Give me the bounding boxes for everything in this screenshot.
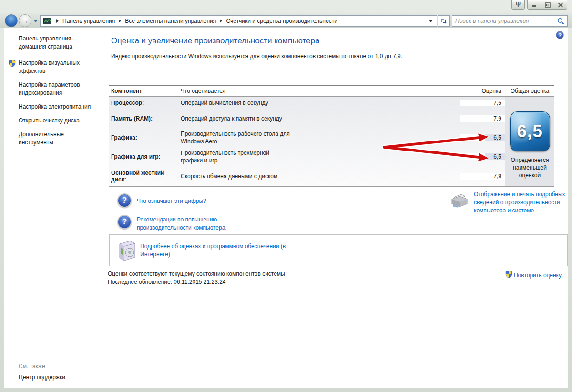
- sidebar-item-label: Открыть очистку диска: [19, 117, 80, 124]
- sidebar-item-label: Настройка параметров индексирования: [19, 81, 80, 96]
- breadcrumb-item-control-panel[interactable]: Панель управления: [62, 18, 115, 24]
- table-row-gaming-graphics: Графика для игр: Производительность трех…: [109, 147, 505, 166]
- uac-shield-icon: [9, 60, 16, 70]
- forward-arrow-icon: →: [21, 17, 29, 24]
- sidebar-item-label: Дополнительные инструменты: [19, 131, 64, 146]
- title-bar[interactable]: Ψ: [0, 0, 572, 13]
- row-score-highlighted: 6,5: [485, 153, 505, 160]
- printer-icon[interactable]: [449, 192, 469, 211]
- base-score-value: 6,5: [517, 121, 542, 141]
- control-panel-window: Ψ ← →: [0, 0, 572, 392]
- caption-cluster: [527, 0, 567, 10]
- question-icon[interactable]: ?: [117, 215, 132, 229]
- tool-button[interactable]: Ψ: [511, 0, 525, 10]
- maximize-icon: [545, 2, 551, 8]
- navigation-toolbar: ← → Панель управления Все элементы панел…: [0, 13, 572, 28]
- table-row-hdd: Основной жесткий диск: Скорость обмена д…: [109, 166, 505, 186]
- refresh-button[interactable]: [438, 15, 450, 27]
- last-update-text: Последнее обновление: 06.11.2015 21:23:2…: [108, 279, 226, 285]
- back-button[interactable]: ←: [5, 14, 18, 27]
- row-description: Производительность трехмерной графики и …: [181, 149, 290, 164]
- link-print-details[interactable]: Отображение и печать подробных сведений …: [474, 191, 572, 215]
- sidebar-item-power[interactable]: Настройка электропитания: [19, 103, 95, 111]
- close-button[interactable]: [554, 0, 567, 10]
- tool-icon: Ψ: [516, 2, 521, 8]
- base-score-note: Определяется наименьшей оценкой: [508, 156, 552, 179]
- table-row-graphics: Графика: Производительность рабочего сто…: [109, 128, 505, 147]
- row-component: Память (RAM):: [109, 115, 181, 122]
- page-title: Оценка и увеличение производительности к…: [111, 36, 319, 46]
- recent-pages-dropdown-icon[interactable]: [33, 20, 38, 22]
- breadcrumb-chevron-icon: [56, 19, 59, 23]
- table-row-ram: Память (RAM): Операций доступа к памяти …: [109, 109, 505, 128]
- sidebar-item-home[interactable]: Панель управления - домашняя страница: [19, 35, 94, 51]
- row-component: Процессор:: [109, 100, 181, 106]
- rerun-assessment-button[interactable]: Повторить оценку: [505, 271, 562, 280]
- row-component: Графика для игр:: [109, 153, 181, 160]
- link-recommendations[interactable]: Рекомендации по повышению производительн…: [137, 216, 257, 232]
- row-component: Графика:: [109, 134, 181, 141]
- status-text: Оценки соответствуют текущему состоянию …: [108, 271, 285, 277]
- table-row-cpu: Процессор: Операций вычисления в секунду…: [109, 97, 505, 109]
- see-also-section: См. также Центр поддержки: [19, 363, 65, 381]
- wei-table-header: Компонент Что оценивается Оценка Общая о…: [109, 86, 554, 97]
- maximize-button[interactable]: [541, 0, 554, 10]
- sidebar-item-label: Настройка электропитания: [19, 103, 91, 110]
- breadcrumb-chevron-icon: [220, 19, 222, 23]
- base-score-badge: 6,5: [510, 111, 550, 151]
- header-base-score: Общая оценка: [505, 88, 554, 94]
- row-description: Операций вычисления в секунду: [181, 99, 460, 107]
- uac-shield-icon: [505, 271, 512, 280]
- rerun-assessment-label: Повторить оценку: [514, 272, 562, 279]
- breadcrumb-item-performance[interactable]: Счетчики и средства производительности: [226, 18, 337, 24]
- row-score: 7,9: [485, 115, 505, 122]
- sidebar-item-visual-effects[interactable]: Настройка визуальных эффектов: [19, 59, 95, 75]
- row-description: Скорость обмена данными с диском: [181, 172, 290, 180]
- minimize-button[interactable]: [527, 0, 541, 10]
- link-learn-online[interactable]: Подробнее об оценках и программном обесп…: [140, 242, 293, 259]
- wei-rows: Процессор: Операций вычисления в секунду…: [109, 97, 505, 186]
- question-icon[interactable]: ?: [117, 193, 132, 208]
- search-box: [452, 15, 568, 27]
- sidebar-item-indexing[interactable]: Настройка параметров индексирования: [19, 81, 95, 97]
- intro-text: Индекс производительности Windows исполь…: [111, 52, 427, 60]
- search-input[interactable]: [455, 18, 557, 24]
- header-score: Оценка: [460, 88, 505, 94]
- header-what: Что оценивается: [181, 88, 460, 94]
- software-box-icon[interactable]: [116, 239, 137, 263]
- breadcrumb-item-all-items[interactable]: Все элементы панели управления: [125, 18, 216, 24]
- base-score-panel: 6,5 Определяется наименьшей оценкой: [505, 97, 554, 186]
- wei-table-body: Процессор: Операций вычисления в секунду…: [109, 97, 554, 187]
- refresh-icon: [440, 18, 447, 25]
- row-component: Основной жесткий диск:: [109, 170, 181, 183]
- sidebar-item-disk-cleanup[interactable]: Открыть очистку диска: [19, 117, 95, 125]
- caption-buttons: Ψ: [511, 0, 567, 10]
- back-arrow-icon: ←: [8, 17, 15, 24]
- sidebar: Панель управления - домашняя страница: [4, 28, 98, 388]
- sidebar-task-list: Панель управления - домашняя страница: [4, 28, 98, 147]
- row-description: Операций доступа к памяти в секунду: [181, 115, 290, 122]
- sidebar-item-label: Настройка визуальных эффектов: [19, 60, 80, 74]
- minimize-icon: [531, 2, 537, 7]
- online-info-box: Подробнее об оценках и программном обесп…: [109, 234, 568, 266]
- close-icon: [558, 2, 563, 8]
- main-content: ? Оценка и увеличение производительности…: [98, 28, 568, 388]
- client-area: Панель управления - домашняя страница: [4, 28, 568, 388]
- link-what-numbers[interactable]: Что означают эти цифры?: [137, 198, 206, 204]
- breadcrumb[interactable]: Панель управления Все элементы панели уп…: [40, 15, 437, 27]
- row-description: Производительность рабочего стола для Wi…: [181, 130, 290, 145]
- see-also-header: См. также: [19, 363, 65, 370]
- row-score: 7,9: [485, 173, 505, 180]
- breadcrumb-chevron-icon: [119, 19, 121, 23]
- address-dropdown-icon[interactable]: [429, 20, 433, 22]
- forward-button[interactable]: →: [19, 14, 31, 27]
- wei-table: Компонент Что оценивается Оценка Общая о…: [109, 85, 554, 187]
- performance-monitor-icon: [43, 18, 51, 24]
- help-button[interactable]: ?: [556, 31, 564, 39]
- search-icon[interactable]: [557, 18, 564, 25]
- row-score-highlighted: 6,5: [485, 134, 505, 141]
- help-icon: ?: [556, 31, 564, 39]
- sidebar-item-advanced-tools[interactable]: Дополнительные инструменты: [19, 131, 95, 147]
- sidebar-item-action-center[interactable]: Центр поддержки: [19, 374, 65, 381]
- row-score: 7,5: [485, 100, 505, 106]
